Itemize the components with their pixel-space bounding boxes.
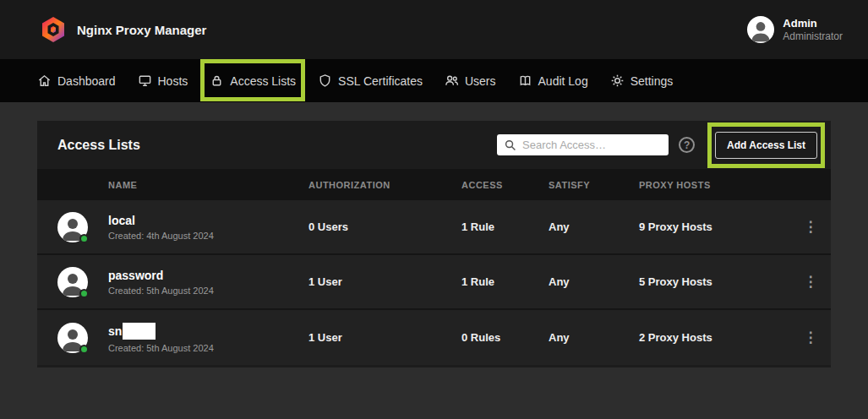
nav-item-hosts[interactable]: Hosts <box>138 73 188 88</box>
nav-item-audit-log[interactable]: Audit Log <box>518 73 588 88</box>
satisfy-value: Any <box>549 275 639 288</box>
table-row[interactable]: password Created: 5th August 2024 1 User… <box>37 255 831 310</box>
home-icon <box>37 73 52 88</box>
page-title: Access Lists <box>57 138 140 153</box>
created-date: Created: 5th August 2024 <box>108 343 308 353</box>
access-value: 1 Rule <box>461 275 549 288</box>
row-menu-button[interactable]: ⋮ <box>790 329 831 346</box>
user-name: Admin <box>783 17 843 30</box>
access-lists-card: Access Lists ? Add Access List NAME AUTH… <box>37 121 831 367</box>
column-header-satisfy: SATISFY <box>549 180 639 190</box>
nav-label: Hosts <box>158 74 188 88</box>
redaction-box <box>123 323 156 340</box>
search-input[interactable] <box>522 139 662 151</box>
status-dot <box>79 289 89 298</box>
proxy-hosts-value: 9 Proxy Hosts <box>639 220 790 233</box>
search-box <box>497 134 669 155</box>
avatar <box>57 267 88 297</box>
status-dot <box>79 234 89 243</box>
gear-icon <box>610 73 625 88</box>
satisfy-value: Any <box>549 220 639 233</box>
access-list-name: local <box>108 214 308 227</box>
app-title: Nginx Proxy Manager <box>77 23 206 37</box>
search-icon <box>504 139 516 151</box>
access-list-name: password <box>108 269 308 282</box>
nav-item-access-lists[interactable]: Access Lists <box>210 73 296 88</box>
avatar <box>57 323 88 353</box>
proxy-hosts-value: 2 Proxy Hosts <box>639 331 790 344</box>
users-icon <box>445 73 459 88</box>
table-row[interactable]: local Created: 4th August 2024 0 Users 1… <box>37 200 831 255</box>
row-menu-button[interactable]: ⋮ <box>790 273 831 291</box>
book-icon <box>518 73 532 88</box>
access-value: 1 Rule <box>461 220 549 233</box>
main-nav: Dashboard Hosts Access Lists SSL Certifi… <box>0 59 868 102</box>
column-header-authorization: AUTHORIZATION <box>308 180 461 190</box>
avatar <box>57 212 88 242</box>
authorization-value: 1 User <box>308 275 461 288</box>
column-header-name: NAME <box>108 180 308 190</box>
app-header: Nginx Proxy Manager Admin Administrator <box>0 0 868 59</box>
user-role: Administrator <box>783 30 843 42</box>
nav-item-dashboard[interactable]: Dashboard <box>37 73 116 88</box>
monitor-icon <box>138 73 152 88</box>
column-header-proxy-hosts: PROXY HOSTS <box>639 180 790 190</box>
nav-item-settings[interactable]: Settings <box>610 73 674 88</box>
nav-item-ssl-certificates[interactable]: SSL Certificates <box>318 73 423 88</box>
help-icon[interactable]: ? <box>679 137 695 153</box>
created-date: Created: 5th August 2024 <box>108 286 308 296</box>
app-logo-icon <box>41 16 66 43</box>
column-header-access: ACCESS <box>461 180 549 190</box>
add-access-list-button[interactable]: Add Access List <box>715 132 817 159</box>
access-list-name: sn <box>108 323 308 340</box>
lock-icon <box>210 73 224 88</box>
access-value: 0 Rules <box>461 331 549 344</box>
nav-label: Access Lists <box>230 74 296 88</box>
table-header: NAME AUTHORIZATION ACCESS SATISFY PROXY … <box>37 169 831 200</box>
card-header: Access Lists ? Add Access List <box>37 121 831 169</box>
shield-icon <box>318 73 332 88</box>
nav-label: Settings <box>631 74 674 88</box>
nav-label: Users <box>465 74 496 88</box>
proxy-hosts-value: 5 Proxy Hosts <box>639 275 790 288</box>
row-menu-button[interactable]: ⋮ <box>790 218 831 236</box>
status-dot <box>79 345 89 354</box>
satisfy-value: Any <box>549 331 639 344</box>
main-content: Access Lists ? Add Access List NAME AUTH… <box>0 102 868 367</box>
nav-label: Dashboard <box>57 74 116 88</box>
nav-label: SSL Certificates <box>338 74 423 88</box>
user-menu[interactable]: Admin Administrator <box>747 16 843 43</box>
authorization-value: 0 Users <box>308 220 461 233</box>
nav-label: Audit Log <box>538 74 588 88</box>
table-row[interactable]: sn Created: 5th August 2024 1 User 0 Rul… <box>37 310 831 365</box>
authorization-value: 1 User <box>308 331 461 344</box>
user-avatar <box>747 16 774 43</box>
nav-item-users[interactable]: Users <box>445 73 496 88</box>
created-date: Created: 4th August 2024 <box>108 231 308 241</box>
